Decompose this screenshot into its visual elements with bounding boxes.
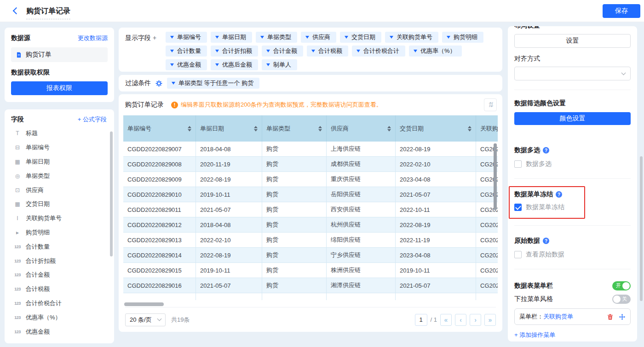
- page-number-input[interactable]: 1: [415, 314, 427, 326]
- column-header[interactable]: 单据编号: [123, 115, 196, 142]
- table-row[interactable]: CGDD202208290132022-02-10购货绵阳供应链2022-11-…: [123, 233, 498, 248]
- sort-caret-icon: [468, 126, 472, 131]
- table-row[interactable]: CGDD202208290082020-11-19购货成都供应链2022-02-…: [123, 157, 498, 172]
- table-row[interactable]: CGDD202208290092022-08-19购货重庆供应链2023-04-…: [123, 172, 498, 187]
- display-field-chip[interactable]: 合计数量: [166, 46, 207, 57]
- last-page-button[interactable]: »: [484, 314, 496, 326]
- table-vertical-scrollbar[interactable]: [494, 143, 497, 210]
- field-item[interactable]: 123合计价税合计: [11, 296, 110, 311]
- display-field-chip[interactable]: 优惠后金额: [211, 59, 258, 70]
- help-icon[interactable]: [543, 147, 549, 154]
- chip-label: 供应商: [312, 33, 330, 41]
- display-field-chip[interactable]: 优惠金额: [166, 59, 207, 70]
- multi-select-checkbox-row[interactable]: 数据多选: [514, 160, 631, 168]
- column-label: 单据类型: [266, 125, 290, 133]
- multi-select-checkbox[interactable]: [514, 160, 522, 168]
- fields-scrollbar[interactable]: [110, 131, 113, 256]
- table-cell: 2021-05-07: [196, 278, 262, 293]
- move-icon[interactable]: [619, 313, 626, 320]
- table-row[interactable]: CGDD202208290072018-04-08购货上海供应链2022-08-…: [123, 142, 498, 157]
- trash-icon[interactable]: [607, 313, 614, 320]
- display-field-chip[interactable]: 合计折扣额: [211, 46, 258, 57]
- table-row[interactable]: CGDD202208290162021-05-07购货湘潭供应链2021-05-…: [123, 278, 498, 293]
- field-item[interactable]: 123优惠率（%）: [11, 310, 110, 324]
- field-item[interactable]: 123合计金额: [11, 268, 110, 282]
- field-item[interactable]: 123合计折扣额: [11, 254, 110, 268]
- dropdown-style-toggle[interactable]: 关: [612, 295, 631, 304]
- display-field-chip[interactable]: 单据日期: [211, 32, 252, 43]
- column-header[interactable]: 单据类型: [262, 115, 327, 142]
- display-field-chip[interactable]: 优惠率（%）: [409, 46, 462, 57]
- raw-data-checkbox[interactable]: [514, 251, 522, 258]
- page-size-select[interactable]: 20 条/页: [125, 313, 166, 326]
- table-row[interactable]: CGDD202208290152019-10-11购货株洲供应链2019-10-…: [123, 263, 498, 278]
- add-formula-field-link[interactable]: + 公式字段: [78, 115, 107, 124]
- field-item[interactable]: 123合计数量: [11, 239, 110, 254]
- column-header[interactable]: 供应商: [327, 115, 396, 142]
- freeze-checkbox[interactable]: [514, 204, 522, 211]
- next-page-button[interactable]: ›: [470, 314, 481, 326]
- settings-button[interactable]: 设置: [514, 34, 631, 48]
- sort-caret-icon: [188, 126, 191, 131]
- freeze-checkbox-row[interactable]: 数据菜单冻结: [514, 203, 580, 211]
- sort-order-button[interactable]: ⇅: [484, 98, 497, 111]
- datasource-item[interactable]: 购货订单: [11, 47, 108, 62]
- filter-condition-chip[interactable]: 单据类型 等于任意一个 购货: [167, 78, 259, 89]
- display-field-chip[interactable]: 供应商: [301, 32, 336, 43]
- align-select[interactable]: [514, 67, 631, 80]
- field-item[interactable]: 123合计税额: [11, 282, 110, 296]
- display-field-chip[interactable]: 合计金额: [262, 46, 303, 57]
- table-row[interactable]: [123, 293, 498, 300]
- column-header[interactable]: 交货日期: [396, 115, 476, 142]
- report-permission-button[interactable]: 报表权限: [11, 81, 108, 95]
- table-row[interactable]: CGDD202208290142022-08-19购货宁乡供应链2023-04-…: [123, 248, 498, 263]
- pagination-bar: 20 条/页 共19条 1 / 1 «‹›»: [125, 307, 496, 332]
- page-scrollbar[interactable]: [640, 156, 643, 301]
- table-horizontal-scrollbar[interactable]: [124, 302, 164, 306]
- display-field-chip[interactable]: 合计价税合计: [352, 46, 405, 57]
- chip-label: 合计税额: [318, 47, 342, 55]
- field-label: 合计折扣额: [26, 257, 56, 265]
- help-icon[interactable]: [556, 191, 562, 198]
- warning-icon: [171, 102, 178, 108]
- display-field-chip[interactable]: 交货日期: [340, 32, 381, 43]
- field-item[interactable]: ▦单据日期: [11, 155, 110, 169]
- display-field-chip[interactable]: 关联购货单号: [385, 32, 438, 43]
- color-settings-button[interactable]: 颜色设置: [514, 112, 631, 125]
- chip-label: 合计金额: [273, 47, 297, 55]
- add-action-menu-link[interactable]: + 添加操作菜单: [514, 331, 631, 339]
- menubar-toggle[interactable]: 开: [612, 281, 631, 290]
- menu-bar-item[interactable]: 菜单栏： 关联购货单: [514, 308, 631, 325]
- column-header[interactable]: 关联购货: [476, 115, 498, 142]
- display-field-chip[interactable]: 单据编号: [166, 32, 207, 43]
- table-row[interactable]: CGDD202208290102019-10-11购货岳阳供应链2021-05-…: [123, 187, 498, 202]
- field-item[interactable]: T标题: [11, 126, 110, 141]
- change-datasource-link[interactable]: 更改数据源: [78, 34, 108, 42]
- back-icon[interactable]: [13, 7, 20, 15]
- display-field-chip[interactable]: 购货明细: [442, 32, 483, 43]
- field-label: 合计金额: [26, 271, 50, 279]
- raw-data-checkbox-row[interactable]: 查看原始数据: [514, 250, 631, 259]
- gear-icon[interactable]: [155, 80, 162, 87]
- prev-page-button[interactable]: ‹: [455, 314, 466, 326]
- field-item[interactable]: ⊟单据编号: [11, 141, 110, 155]
- field-item[interactable]: 123优惠金额: [11, 324, 110, 339]
- field-item[interactable]: ▸购货明细: [11, 226, 110, 240]
- field-item[interactable]: I关联购货单号: [11, 211, 110, 226]
- help-icon[interactable]: [543, 238, 549, 244]
- field-item[interactable]: ◎单据类型: [11, 169, 110, 183]
- table-row[interactable]: CGDD202208290122018-04-08购货杭州供应链2022-08-…: [123, 217, 498, 233]
- save-button[interactable]: 保存: [603, 4, 640, 18]
- chevron-down-icon: [157, 317, 162, 321]
- add-display-field-icon[interactable]: +: [153, 34, 156, 41]
- column-header[interactable]: 单据日期: [196, 115, 262, 142]
- field-item[interactable]: ⊡供应商: [11, 183, 110, 197]
- display-field-chip[interactable]: 单据类型: [256, 32, 297, 43]
- settings-panel: 布局设置 设置 对齐方式 数据筛选颜色设置 颜色设置 数据多选 数据多选 数据菜…: [508, 26, 637, 341]
- table-row[interactable]: CGDD202208290112021-05-07购货西安供应链2022-10-…: [123, 202, 498, 217]
- column-label: 单据日期: [200, 125, 224, 133]
- first-page-button[interactable]: «: [440, 314, 452, 326]
- display-field-chip[interactable]: 合计税额: [307, 46, 348, 57]
- field-item[interactable]: ▦交货日期: [11, 197, 110, 211]
- display-field-chip[interactable]: 制单人: [262, 59, 297, 70]
